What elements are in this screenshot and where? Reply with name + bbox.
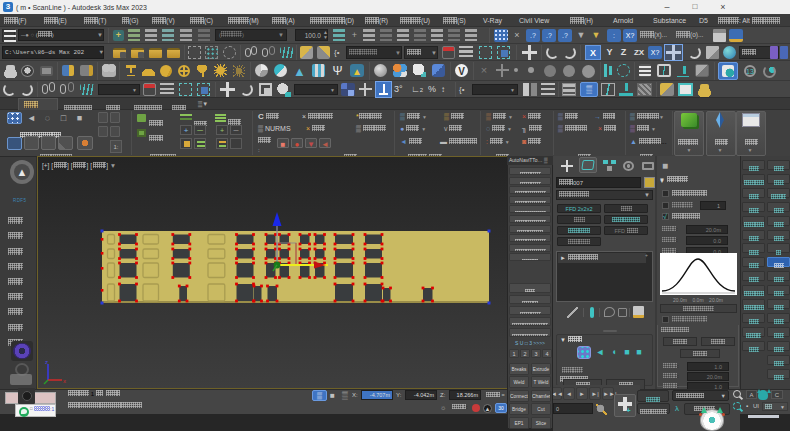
svg-text:x: x [63,378,66,384]
svg-text:z: z [45,360,48,365]
